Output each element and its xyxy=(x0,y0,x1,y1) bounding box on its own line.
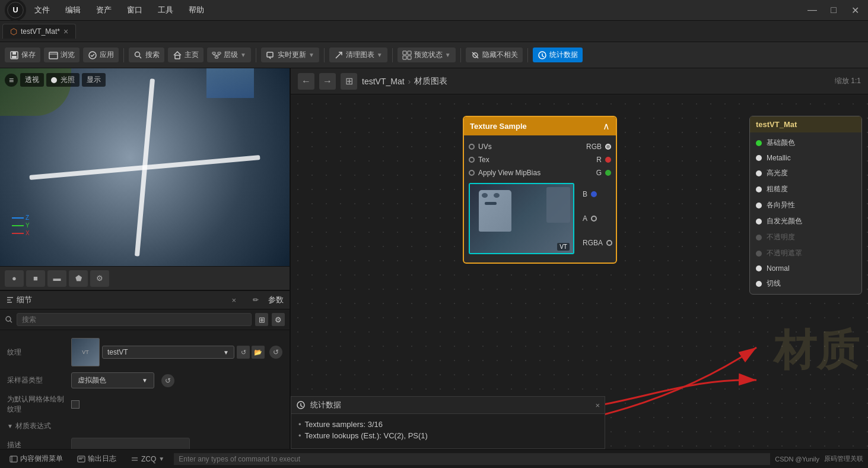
svg-point-7 xyxy=(135,52,140,56)
breadcrumb-mat[interactable]: testVT_Mat xyxy=(362,77,405,86)
mat-pin-metallic xyxy=(756,155,762,161)
nav-focus-button[interactable]: ⊞ xyxy=(341,73,357,90)
window-controls: — □ ✕ xyxy=(804,2,863,18)
preview-label: 预览状态 xyxy=(414,50,443,60)
toolbar-separator-2 xyxy=(256,48,256,62)
texture-back-button[interactable]: ↺ xyxy=(237,346,250,359)
details-settings-button[interactable]: ⚙ xyxy=(272,313,285,326)
node-preview-area: VT B A RGBA xyxy=(464,179,616,258)
minimize-button[interactable]: — xyxy=(804,2,821,18)
texture-sample-node[interactable]: Texture Sample ∧ UVs RGB xyxy=(463,116,617,264)
viewport-show-button[interactable]: 显示 xyxy=(82,73,106,87)
save-button[interactable]: 保存 xyxy=(5,48,40,62)
menu-file[interactable]: 文件 xyxy=(32,4,52,17)
axis-indicator: Z Y X xyxy=(12,214,30,236)
svg-rect-16 xyxy=(408,56,411,59)
search-button[interactable]: 搜索 xyxy=(129,48,164,62)
browse-button[interactable]: 浏览 xyxy=(44,48,80,62)
material-node[interactable]: testVT_Mat 基础颜色 Metallic 高光度 粗糙度 xyxy=(749,116,862,295)
vp-cube-button[interactable]: ■ xyxy=(26,270,45,287)
apply-button[interactable]: 应用 xyxy=(83,48,119,62)
command-input[interactable] xyxy=(174,453,770,465)
details-grid-button[interactable]: ⊞ xyxy=(255,313,268,326)
texture-label: 纹理 xyxy=(7,347,66,358)
stats-button[interactable]: 统计数据 xyxy=(533,48,583,62)
stat-text-1: Texture samplers: 3/16 xyxy=(305,420,383,429)
details-header: 细节 × ✏ 参数 xyxy=(0,291,290,309)
pin-tex-input xyxy=(469,157,475,163)
node-texture-header: Texture Sample ∧ xyxy=(464,117,616,135)
hierarchy-label: 层级 xyxy=(224,50,238,60)
tab-close-button[interactable]: × xyxy=(63,27,68,36)
viewport[interactable]: Z Y X ≡ 透视 光照 显示 xyxy=(0,68,290,266)
node-row-mipbias: Apply View MipBias G xyxy=(464,166,616,179)
vp-plane-button[interactable]: ▬ xyxy=(47,270,66,287)
menu-tools[interactable]: 工具 xyxy=(155,4,176,17)
sampler-reset-button[interactable]: ↺ xyxy=(161,374,174,387)
preview-button[interactable]: 预览状态 ▼ xyxy=(398,48,456,62)
viewport-lighting-button[interactable]: 光照 xyxy=(46,73,80,87)
stat-text-2: Texture lookups (Est.): VC(2), PS(1) xyxy=(305,431,428,440)
svg-rect-14 xyxy=(408,51,411,55)
svg-rect-10 xyxy=(218,52,221,54)
viewport-perspective-button[interactable]: 透视 xyxy=(20,73,44,87)
clean-button[interactable]: 清理图表 ▼ xyxy=(329,48,387,62)
texture-reset-button[interactable]: ↺ xyxy=(269,346,282,359)
mat-row-opacity-mask: 不透明遮罩 xyxy=(750,245,861,261)
content-sidebar-button[interactable]: 内容侧滑菜单 xyxy=(5,453,68,465)
maximize-button[interactable]: □ xyxy=(825,2,842,18)
viewport-menu-button[interactable]: ≡ xyxy=(5,74,18,87)
tab-testvt-mat[interactable]: ⬡ testVT_Mat* × xyxy=(2,24,76,39)
mat-pin-roughness xyxy=(756,186,762,192)
output-log-button[interactable]: 输出日志 xyxy=(72,453,121,465)
nav-forward-button[interactable]: → xyxy=(319,73,336,90)
bullet-2: • xyxy=(298,431,301,440)
texture-dropdown[interactable]: testVT ▼ xyxy=(102,346,234,359)
svg-rect-3 xyxy=(12,52,16,55)
left-panel: Z Y X ≡ 透视 光照 显示 ● ■ ▬ ⬟ ⚙ xyxy=(0,68,291,468)
stats-panel-content: • Texture samplers: 3/16 • Texture looku… xyxy=(291,414,605,448)
node-collapse-button[interactable]: ∧ xyxy=(603,121,610,132)
vp-sphere-button[interactable]: ● xyxy=(5,270,24,287)
clean-label: 清理图表 xyxy=(346,50,374,60)
menu-help[interactable]: 帮助 xyxy=(186,4,206,17)
nav-back-button[interactable]: ← xyxy=(298,73,314,90)
vp-settings-button[interactable]: ⚙ xyxy=(90,270,109,287)
mat-label-normal: Normal xyxy=(767,264,790,273)
tab-label: testVT_Mat* xyxy=(21,27,60,36)
node-editor[interactable]: ← → ⊞ testVT_Mat › 材质图表 缩放 1:1 Texture S… xyxy=(291,68,868,468)
mat-label-opacity: 不透明度 xyxy=(767,232,795,242)
browse-label: 浏览 xyxy=(61,50,75,60)
stats-label: 统计数据 xyxy=(549,50,578,60)
stat-item-2: • Texture lookups (Est.): VC(2), PS(1) xyxy=(298,431,597,440)
hierarchy-button[interactable]: 层级 ▼ xyxy=(207,48,251,62)
zcq-button[interactable]: ZCQ ▼ xyxy=(126,454,169,464)
mat-pin-opacity-mask xyxy=(756,251,762,257)
sampler-dropdown[interactable]: 虚拟颜色 ▼ xyxy=(71,372,154,388)
menu-window[interactable]: 窗口 xyxy=(125,4,145,17)
hide-button[interactable]: 隐藏不相关 xyxy=(466,48,523,62)
realtime-button[interactable]: 实时更新 ▼ xyxy=(261,48,319,62)
mat-label-emissive: 自发光颜色 xyxy=(767,216,802,226)
details-close-button[interactable]: × xyxy=(231,296,236,305)
details-search-input[interactable] xyxy=(17,313,252,326)
texture-browse-button[interactable]: 📂 xyxy=(252,346,265,359)
stats-panel-close-button[interactable]: × xyxy=(595,401,600,410)
mat-label-roughness: 粗糙度 xyxy=(767,184,788,194)
tab-icon: ⬡ xyxy=(10,27,17,36)
node-texture-preview: VT xyxy=(469,183,574,254)
details-title: 细节 xyxy=(6,295,32,305)
mesh-paint-checkbox[interactable] xyxy=(71,400,80,409)
vp-custom-button[interactable]: ⬟ xyxy=(69,270,88,287)
node-texture-body: UVs RGB Tex R xyxy=(464,135,616,263)
menu-assets[interactable]: 资产 xyxy=(94,4,114,17)
toolbar-separator-6 xyxy=(527,48,528,62)
stats-panel: 统计数据 × • Texture samplers: 3/16 • Textur… xyxy=(291,396,605,449)
svg-rect-5 xyxy=(49,52,58,59)
pin-rgba-right: RGBA xyxy=(583,239,612,247)
mat-pin-emissive xyxy=(756,219,762,224)
params-divider: ✏ xyxy=(253,296,259,304)
close-button[interactable]: ✕ xyxy=(847,2,863,18)
menu-edit[interactable]: 编辑 xyxy=(63,4,83,17)
home-button[interactable]: 主页 xyxy=(168,48,204,62)
